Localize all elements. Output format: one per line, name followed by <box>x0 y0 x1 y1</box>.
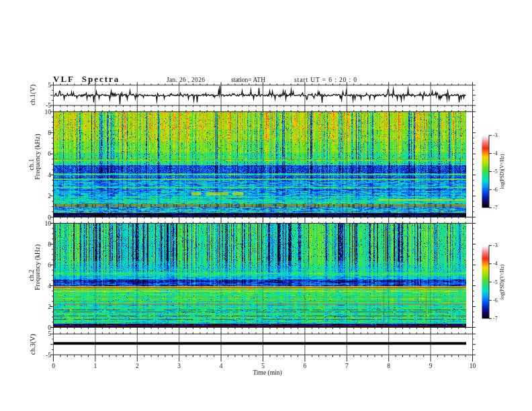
svg-text:4: 4 <box>220 363 223 369</box>
svg-text:7: 7 <box>345 363 349 369</box>
svg-text:ch.1(V): ch.1(V) <box>29 85 37 105</box>
svg-text:ch.3(V): ch.3(V) <box>29 334 37 355</box>
svg-text:8: 8 <box>48 130 51 136</box>
svg-text:8: 8 <box>48 241 51 248</box>
svg-text:-6: -6 <box>493 187 498 193</box>
svg-text:log(PSD)(V2/Hz): log(PSD)(V2/Hz) <box>499 264 505 300</box>
svg-text:0: 0 <box>52 363 55 369</box>
svg-text:-3: -3 <box>493 242 498 248</box>
svg-text:3: 3 <box>177 363 181 369</box>
svg-text:2: 2 <box>48 193 51 199</box>
svg-text:10: 10 <box>45 109 52 116</box>
svg-text:-7: -7 <box>493 316 498 322</box>
svg-text:6: 6 <box>304 363 307 369</box>
svg-text:-5: -5 <box>493 279 498 285</box>
svg-text:0: 0 <box>48 324 51 331</box>
svg-text:1: 1 <box>94 363 97 369</box>
svg-text:Jan. 26 , 2026: Jan. 26 , 2026 <box>167 77 205 83</box>
svg-text:6: 6 <box>48 150 51 157</box>
svg-text:Time (min): Time (min) <box>253 369 281 377</box>
svg-text:-3: -3 <box>493 132 498 138</box>
svg-text:VLF Spectra: VLF Spectra <box>53 74 120 84</box>
svg-text:10: 10 <box>45 220 52 227</box>
svg-text:8: 8 <box>387 363 390 369</box>
svg-text:Frequency (kHz): Frequency (kHz) <box>34 134 42 179</box>
svg-text:10: 10 <box>470 363 476 369</box>
svg-text:6: 6 <box>48 262 51 269</box>
svg-text:5: 5 <box>48 82 51 89</box>
svg-text:-5: -5 <box>46 352 51 359</box>
svg-text:log(PSD)(V2/Hz): log(PSD)(V2/Hz) <box>499 154 505 189</box>
svg-text:9: 9 <box>429 363 433 369</box>
svg-text:2: 2 <box>136 363 139 369</box>
svg-text:Frequency (kHz): Frequency (kHz) <box>34 244 42 290</box>
svg-text:-6: -6 <box>493 298 498 304</box>
svg-text:station= ATH: station= ATH <box>231 77 265 83</box>
svg-text:5: 5 <box>48 330 51 337</box>
svg-text:-4: -4 <box>493 150 498 156</box>
svg-text:-4: -4 <box>493 261 498 267</box>
svg-text:4: 4 <box>48 283 51 289</box>
svg-text:-7: -7 <box>493 205 498 211</box>
svg-text:start UT = 6 : 20 : 0: start UT = 6 : 20 : 0 <box>294 77 357 83</box>
svg-text:2: 2 <box>48 304 51 310</box>
svg-text:4: 4 <box>48 172 51 179</box>
svg-text:-5: -5 <box>493 169 498 175</box>
